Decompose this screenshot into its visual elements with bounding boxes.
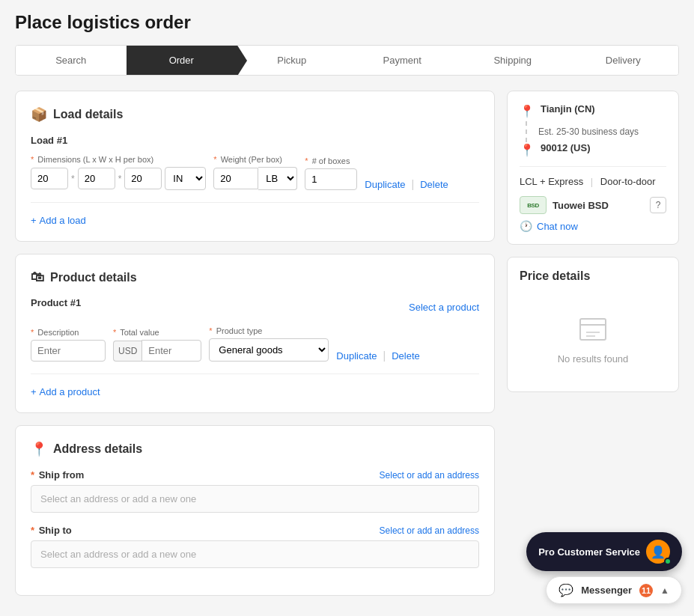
dimensions-label: * Dimensions (L x W x H per box)	[31, 155, 206, 164]
boxes-input[interactable]	[305, 168, 357, 190]
pro-avatar: 👤	[646, 540, 670, 564]
step-order[interactable]: Order	[127, 46, 237, 75]
messenger-bar[interactable]: 💬 Messenger 11 ▲	[546, 576, 682, 604]
load-action-links: Duplicate | Delete	[365, 178, 448, 190]
product-type-select[interactable]: General goods Electronics Clothing Furni…	[209, 338, 329, 362]
step-shipping[interactable]: Shipping	[457, 46, 568, 75]
product-type-field: * Product type General goods Electronics…	[209, 326, 329, 362]
address-details-title: 📍 Address details	[31, 441, 479, 457]
route-card: 📍 Tianjin (CN) Est. 25-30 business days …	[507, 91, 679, 245]
dim-height-input[interactable]	[124, 168, 162, 189]
step-payment[interactable]: Payment	[347, 46, 458, 75]
product-number: Product #1	[31, 297, 81, 308]
total-value-label: * Total value	[113, 328, 201, 337]
messenger-chevron-icon: ▲	[660, 585, 669, 596]
ship-to-row: * Ship to Select or add an address	[31, 525, 479, 536]
messenger-badge: 11	[639, 584, 653, 597]
stepper: Search Order Pickup Payment Shipping Del…	[15, 45, 679, 76]
description-input[interactable]	[31, 340, 106, 362]
load-details-title: 📦 Load details	[31, 106, 479, 123]
dim-length-input[interactable]	[31, 168, 68, 189]
ship-from-input[interactable]: Select an address or add a new one	[31, 485, 479, 513]
step-search[interactable]: Search	[16, 46, 127, 75]
ship-from-row: * Ship from Select or add an address	[31, 469, 479, 481]
carrier-name: Tuowei BSD	[553, 200, 644, 211]
box-icon: 📦	[31, 106, 47, 123]
duplicate-load-button[interactable]: Duplicate	[365, 179, 405, 190]
dest-pin-icon: 📍	[520, 143, 535, 157]
load-number: Load #1	[31, 135, 479, 146]
product-divider	[31, 373, 479, 374]
weight-field: * Weight (Per box) LB KG	[213, 155, 297, 190]
no-results-text: No results found	[558, 353, 629, 365]
weight-unit-select[interactable]: LB KG	[258, 167, 297, 190]
total-value-field: * Total value USD	[113, 328, 201, 362]
step-pickup[interactable]: Pickup	[237, 46, 347, 75]
weight-input[interactable]	[213, 168, 258, 189]
product-type-label: * Product type	[209, 326, 329, 335]
shopping-bag-icon: 🛍	[31, 269, 44, 285]
origin-pin-icon: 📍	[520, 104, 535, 118]
pro-customer-service-button[interactable]: Pro Customer Service 👤	[526, 532, 682, 571]
ship-from-label: * Ship from	[31, 469, 84, 481]
product-details-title: 🛍 Product details	[31, 269, 479, 285]
product-fields: * Description * Total value USD	[31, 326, 479, 362]
dim-sep-1: *	[71, 174, 75, 184]
boxes-field: * # of boxes	[305, 156, 357, 190]
select-product-button[interactable]: Select a product	[409, 302, 479, 313]
price-details-title: Price details	[520, 269, 666, 283]
carrier-help-button[interactable]: ?	[650, 197, 666, 213]
weight-label: * Weight (Per box)	[213, 155, 297, 164]
step-delivery[interactable]: Delivery	[568, 46, 679, 75]
svg-rect-0	[580, 319, 606, 340]
product-header: Product #1 Select a product	[31, 297, 479, 317]
no-results-icon	[574, 310, 612, 347]
address-details-card: 📍 Address details * Ship from Select or …	[15, 425, 495, 596]
duplicate-product-button[interactable]: Duplicate	[336, 350, 377, 362]
ship-to-select-button[interactable]: Select or add an address	[380, 525, 479, 536]
load-field-row: * Dimensions (L x W x H per box) * * IN	[31, 155, 479, 190]
carrier-logo: BSD	[520, 196, 547, 214]
dim-width-input[interactable]	[78, 168, 115, 189]
dimensions-field: * Dimensions (L x W x H per box) * * IN	[31, 155, 206, 190]
description-field: * Description	[31, 328, 106, 362]
value-inputs: USD	[113, 340, 201, 362]
load-details-card: 📦 Load details Load #1 * Dimensions (L x…	[15, 91, 495, 242]
boxes-label: * # of boxes	[305, 156, 357, 165]
route-destination: 90012 (US)	[541, 142, 590, 153]
product-details-card: 🛍 Product details Product #1 Select a pr…	[15, 254, 495, 413]
description-label: * Description	[31, 328, 106, 337]
dim-unit-select[interactable]: IN CM	[165, 167, 206, 190]
route-divider	[520, 166, 666, 167]
location-icon: 📍	[31, 441, 47, 457]
messenger-icon: 💬	[558, 583, 573, 597]
currency-label: USD	[113, 341, 141, 362]
ship-to-label: * Ship to	[31, 525, 72, 536]
route-days: Est. 25-30 business days	[538, 121, 639, 142]
delete-product-button[interactable]: Delete	[392, 350, 420, 362]
price-details-card: Price details No results found	[507, 257, 679, 392]
no-results-container: No results found	[520, 295, 666, 379]
load-divider	[31, 202, 479, 203]
chat-icon: 🕐	[520, 220, 532, 232]
product-action-links: Duplicate | Delete	[336, 350, 419, 362]
value-input[interactable]	[141, 340, 201, 362]
page-title: Place logistics order	[15, 12, 679, 33]
delete-load-button[interactable]: Delete	[420, 179, 448, 190]
messenger-label: Messenger	[581, 585, 632, 596]
route-type: LCL + Express | Door-to-door	[520, 176, 666, 187]
weight-inputs: LB KG	[213, 167, 297, 190]
add-product-button[interactable]: + Add a product	[31, 386, 479, 397]
dimensions-inputs: * * IN CM	[31, 167, 206, 190]
ship-from-select-button[interactable]: Select or add an address	[380, 470, 479, 481]
route-origin: Tianjin (CN)	[541, 103, 595, 115]
carrier-row: BSD Tuowei BSD ?	[520, 196, 666, 214]
dim-sep-2: *	[118, 174, 122, 184]
chat-now-button[interactable]: 🕐 Chat now	[520, 220, 666, 232]
ship-to-input[interactable]: Select an address or add a new one	[31, 540, 479, 568]
pro-avatar-online-badge	[664, 558, 672, 565]
add-load-button[interactable]: + Add a load	[31, 215, 479, 226]
